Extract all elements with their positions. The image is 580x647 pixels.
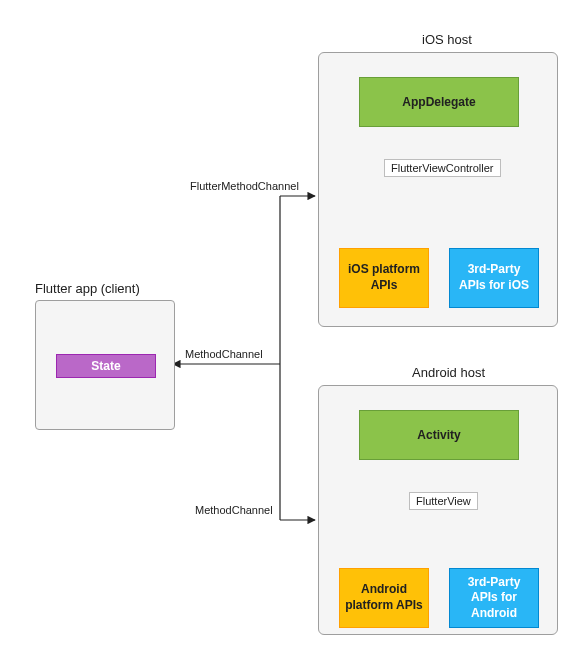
android-title: Android host (412, 365, 485, 380)
android-third-party-node: 3rd-Party APIs for Android (449, 568, 539, 628)
appdelegate-node: AppDelegate (359, 77, 519, 127)
edge-label-methodchannel-android: MethodChannel (195, 504, 273, 516)
ios-title: iOS host (422, 32, 472, 47)
state-node: State (56, 354, 156, 378)
ios-platform-apis-node: iOS platform APIs (339, 248, 429, 308)
android-host-container: Activity FlutterView Android platform AP… (318, 385, 558, 635)
android-platform-apis-node: Android platform APIs (339, 568, 429, 628)
ios-host-container: AppDelegate FlutterViewController iOS pl… (318, 52, 558, 327)
edge-label-methodchannel-client: MethodChannel (185, 348, 263, 360)
ios-third-party-node: 3rd-Party APIs for iOS (449, 248, 539, 308)
flutterviewcontroller-label: FlutterViewController (384, 159, 501, 177)
flutterview-label: FlutterView (409, 492, 478, 510)
client-container: State (35, 300, 175, 430)
edge-label-fluttermethodchannel: FlutterMethodChannel (190, 180, 299, 192)
client-title: Flutter app (client) (35, 281, 140, 296)
activity-node: Activity (359, 410, 519, 460)
